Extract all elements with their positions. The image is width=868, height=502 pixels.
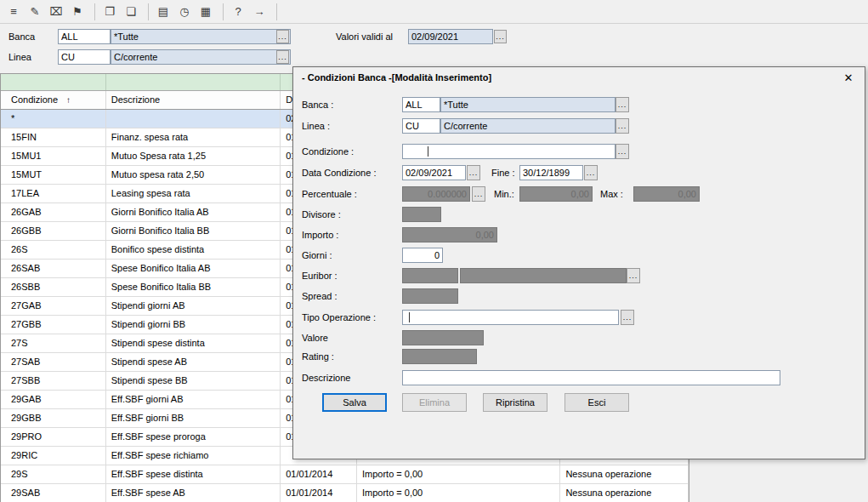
giorni-input[interactable] — [402, 248, 443, 263]
cell-data: 01/01/2014 — [281, 484, 357, 502]
valori-validi-field: 02/09/2021 — [408, 29, 493, 44]
toolbar: ≡✎⌧⚑❐❏▤◷▦?→ — [0, 0, 868, 24]
euribor-desc-field — [460, 268, 627, 283]
cell-descrizione: Bonifico spese distinta — [106, 241, 281, 259]
group-band-cell — [1, 74, 106, 90]
linea-filter-lookup-button[interactable]: ... — [276, 50, 289, 64]
copy-icon[interactable]: ❐ — [100, 3, 119, 20]
cell-condizione: 15MU1 — [1, 147, 106, 165]
cell-condizione: 26SBB — [1, 278, 106, 296]
min-label: Min.: — [494, 186, 514, 202]
cell-condizione: 26SAB — [1, 260, 106, 277]
table-row[interactable]: 29SAB Eff.SBF spese AB 01/01/2014 Import… — [1, 484, 689, 502]
tipo-operazione-lookup-button[interactable]: ... — [621, 310, 634, 325]
cell-condizione: 26GBB — [1, 222, 106, 240]
dialog-banca-code-input[interactable] — [402, 97, 440, 112]
edit-icon[interactable]: ✎ — [26, 3, 44, 20]
tag-icon[interactable]: ⚑ — [68, 3, 87, 20]
header-condizione-label: Condizione — [11, 94, 58, 105]
max-label: Max : — [600, 186, 623, 202]
cell-condizione: * — [1, 110, 106, 128]
toolbar-separator — [223, 3, 224, 20]
data-condizione-lookup-button[interactable]: ... — [467, 165, 480, 180]
banca-lookup-button[interactable]: ... — [616, 97, 629, 112]
cell-condizione: 29RIC — [1, 447, 106, 465]
fine-input[interactable] — [519, 165, 583, 180]
cell-descrizione: Spese Bonifico Italia AB — [106, 260, 281, 277]
header-condizione[interactable]: Condizione↑ — [1, 91, 106, 109]
dialog-linea-code-input[interactable] — [402, 118, 440, 134]
elimina-button[interactable]: Elimina — [402, 393, 467, 412]
fine-lookup-button[interactable]: ... — [584, 165, 598, 180]
cell-condizione: 29PRO — [1, 428, 106, 446]
cell-descrizione: Spese Bonifico Italia BB — [106, 278, 281, 296]
cell-condizione: 29GAB — [1, 391, 106, 408]
cell-operazione: Nessuna operazione — [560, 465, 689, 483]
esci-button[interactable]: Esci — [564, 393, 629, 412]
text-caret — [428, 146, 428, 157]
cell-descrizione: Mutuo Spesa rata 1,25 — [106, 147, 281, 165]
min-field: 0,00 — [519, 186, 593, 202]
data-condizione-label: Data Condizione : — [302, 165, 376, 180]
banca-filter-code-input[interactable] — [58, 29, 111, 44]
help-icon[interactable]: ? — [229, 3, 247, 20]
cell-condizione: 29S — [1, 465, 106, 483]
toolbar-separator — [148, 3, 149, 20]
table-row[interactable]: 29S Eff.SBF spese distinta 01/01/2014 Im… — [1, 465, 689, 484]
cell-descrizione: Eff.SBF spese richiamo — [106, 447, 281, 465]
linea-filter-code-input[interactable] — [58, 49, 111, 65]
cell-operazione: Nessuna operazione — [560, 484, 689, 502]
list-edit-icon[interactable]: ≡ — [4, 3, 23, 20]
exit-icon[interactable]: → — [250, 3, 269, 20]
cell-importo: Importo = 0,00 — [357, 465, 560, 483]
euribor-lookup-button[interactable]: ... — [627, 268, 640, 283]
valori-validi-lookup-button[interactable]: ... — [494, 30, 507, 43]
divisore-field — [402, 207, 441, 222]
cell-descrizione: Stipendi giorni AB — [106, 297, 281, 315]
data-condizione-input[interactable] — [402, 165, 466, 180]
linea-lookup-button[interactable]: ... — [616, 118, 629, 134]
giorni-label: Giorni : — [302, 248, 332, 263]
condizione-label: Condizione : — [302, 144, 354, 159]
cell-condizione: 15FIN — [1, 128, 106, 146]
condizione-lookup-button[interactable]: ... — [616, 144, 629, 159]
linea-filter-desc: C/corrente — [111, 49, 291, 65]
valore-field — [402, 330, 484, 345]
valore-label: Valore — [302, 330, 328, 345]
rating-label: Rating : — [302, 349, 334, 364]
descrizione-label: Descrizione — [302, 370, 350, 385]
banca-filter-label: Banca — [9, 29, 35, 44]
cell-condizione: 27GBB — [1, 316, 106, 334]
cell-condizione: 29GBB — [1, 409, 106, 427]
banca-filter-lookup-button[interactable]: ... — [276, 30, 289, 43]
valori-validi-label: Valori validi al — [336, 29, 393, 44]
print-preview-icon[interactable]: ◷ — [175, 3, 194, 20]
dialog-linea-desc: C/corrente — [440, 118, 616, 134]
banca-filter-desc: *Tutte — [111, 29, 291, 44]
report-icon[interactable]: ▦ — [196, 3, 215, 20]
cell-descrizione: Eff.SBF spese AB — [106, 484, 281, 502]
cell-condizione: 26GAB — [1, 203, 106, 221]
descrizione-input[interactable] — [402, 370, 780, 385]
cell-condizione: 27GAB — [1, 297, 106, 315]
cell-condizione: 26S — [1, 241, 106, 259]
delete-icon[interactable]: ⌧ — [47, 3, 65, 20]
close-icon[interactable]: ✕ — [839, 71, 858, 86]
ripristina-button[interactable]: Ripristina — [483, 393, 547, 412]
max-field: 0,00 — [633, 186, 700, 202]
duplicate-icon[interactable]: ❏ — [122, 3, 140, 20]
percentuale-label: Percentuale : — [302, 186, 357, 202]
spread-label: Spread : — [302, 288, 338, 304]
cell-data: 01/01/2014 — [281, 465, 357, 483]
cell-importo: Importo = 0,00 — [357, 484, 560, 502]
percentuale-field: 0.000000 — [402, 186, 470, 202]
cell-descrizione: Stipendi spese BB — [106, 372, 281, 390]
header-descrizione[interactable]: Descrizione — [106, 91, 281, 109]
condizione-input[interactable] — [402, 144, 616, 159]
cell-descrizione: Stipendi spese distinta — [106, 334, 281, 352]
print-icon[interactable]: ▤ — [154, 3, 173, 20]
linea-label: Linea : — [302, 118, 330, 134]
percentuale-lookup-button[interactable]: ... — [472, 186, 485, 202]
salva-button[interactable]: Salva — [322, 393, 387, 412]
tipo-operazione-input[interactable] — [402, 310, 619, 325]
